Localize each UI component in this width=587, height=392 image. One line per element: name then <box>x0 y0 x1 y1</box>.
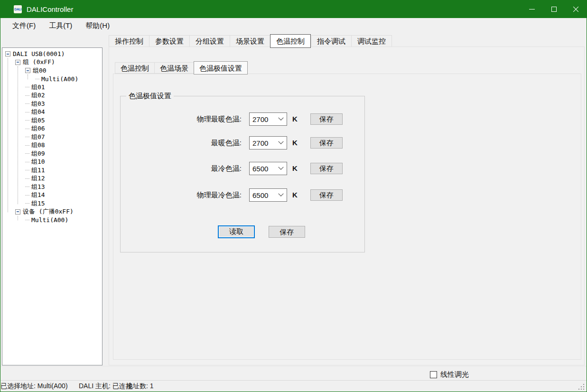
resize-grip-icon[interactable] <box>578 384 585 390</box>
row-save-button[interactable]: 保存 <box>310 163 343 174</box>
tree-item-label: 组00 <box>33 66 47 75</box>
tree-connector <box>25 103 29 104</box>
groupbox-title: 色温极值设置 <box>126 92 174 101</box>
tree-item[interactable]: 组03 <box>2 100 102 108</box>
main-tab[interactable]: 指令调试 <box>311 35 351 47</box>
groupbox-actions: 读取 保存 <box>121 225 364 240</box>
tree-item[interactable]: 组07 <box>2 133 102 141</box>
tree-item[interactable]: DALI USB(0001) <box>2 50 102 58</box>
tree-item[interactable]: 组02 <box>2 92 102 100</box>
menu-item-1[interactable]: 工具(T) <box>49 21 72 30</box>
chevron-down-icon <box>278 191 283 196</box>
tree-item-label: Multi(A00) <box>41 75 78 83</box>
tree-connector <box>35 79 39 79</box>
value-dropdown[interactable]: 2700 <box>249 136 287 149</box>
sub-tab[interactable]: 色温极值设置 <box>194 61 248 75</box>
menu-item-2[interactable]: 帮助(H) <box>85 21 110 30</box>
tree-item-label: 组02 <box>31 91 45 100</box>
tree-item[interactable]: 组01 <box>2 83 102 92</box>
unit-label: K <box>292 112 298 126</box>
close-button[interactable] <box>565 0 587 18</box>
tree-collapse-icon[interactable] <box>5 51 10 56</box>
color-temp-extremes-groupbox: 色温极值设置 物理最暖色温: 2700 K 保存 最暖色温: 2700 K 保存… <box>120 96 365 252</box>
tree-collapse-icon[interactable] <box>15 60 20 65</box>
row-save-button[interactable]: 保存 <box>310 113 343 125</box>
main-tab-strip: 操作控制参数设置分组设置场景设置色温控制指令调试调试监控 <box>109 35 392 47</box>
tree-item[interactable]: 组05 <box>2 116 102 125</box>
unit-label: K <box>292 136 298 149</box>
tree-item-label: 组09 <box>31 149 45 158</box>
unit-label: K <box>292 188 298 202</box>
checkbox-icon[interactable] <box>430 371 437 378</box>
main-tab[interactable]: 分组设置 <box>189 35 230 47</box>
unit-label: K <box>292 162 298 175</box>
tree-item[interactable]: 组13 <box>2 183 102 191</box>
dropdown-value: 6500 <box>250 165 279 173</box>
read-button[interactable]: 读取 <box>218 225 255 238</box>
tree-connector <box>25 87 29 87</box>
tree-item[interactable]: 组00 <box>2 66 102 75</box>
tree-connector <box>25 120 29 121</box>
tree-item[interactable]: 组12 <box>2 175 102 183</box>
minimize-button[interactable] <box>521 0 543 18</box>
device-tree-panel: DALI USB(0001) 组 (0xFF) 组00 Multi(A00) 组… <box>2 47 102 365</box>
value-dropdown[interactable]: 2700 <box>249 112 287 126</box>
linear-dimming-checkbox[interactable]: 线性调光 <box>430 370 469 379</box>
bottom-options-row: 线性调光 <box>0 366 587 380</box>
app-icon: DALI <box>14 5 22 13</box>
tree-item[interactable]: 组09 <box>2 149 102 158</box>
window-controls <box>521 0 587 18</box>
main-tab[interactable]: 操作控制 <box>109 35 149 47</box>
tree-item-label: 组 (0xFF) <box>23 58 55 66</box>
main-tab[interactable]: 场景设置 <box>230 35 270 47</box>
tree-item[interactable]: 组08 <box>2 141 102 150</box>
tree-item[interactable]: Multi(A00) <box>2 75 102 84</box>
tree-item[interactable]: Multi(A00) <box>2 216 102 224</box>
setting-label: 最冷色温: <box>121 162 242 175</box>
sub-tab-strip: 色温控制色温场景色温极值设置 <box>115 62 248 74</box>
tree-item-label: 组12 <box>31 174 45 183</box>
row-save-button[interactable]: 保存 <box>310 137 343 149</box>
tree-item[interactable]: 组15 <box>2 199 102 208</box>
tree-collapse-icon[interactable] <box>15 209 20 215</box>
tree-item[interactable]: 组10 <box>2 158 102 167</box>
tree-item-label: 组06 <box>31 124 45 133</box>
tree-item-label: Multi(A00) <box>31 216 68 224</box>
save-all-button[interactable]: 保存 <box>269 226 305 238</box>
app-window: DALI DALIController 文件(F)工具(T)帮助(H) 操作控制… <box>0 0 587 392</box>
tree-item[interactable]: 组04 <box>2 108 102 117</box>
maximize-icon <box>551 7 557 12</box>
tree-item[interactable]: 组14 <box>2 191 102 200</box>
main-tab[interactable]: 色温控制 <box>270 34 311 48</box>
close-icon <box>573 6 579 12</box>
tree-connector <box>25 170 29 170</box>
tree-connector <box>25 220 29 220</box>
status-item: DALI 主机: 已连接 <box>79 382 132 391</box>
tree-item-label: DALI USB(0001) <box>13 50 65 57</box>
checkbox-label: 线性调光 <box>440 370 469 379</box>
window-title: DALIController <box>27 5 73 13</box>
tree-collapse-icon[interactable] <box>25 68 30 73</box>
tree-item[interactable]: 组 (0xFF) <box>2 58 102 67</box>
tree-item-label: 组08 <box>31 141 45 149</box>
setting-row: 物理最冷色温: 6500 K 保存 <box>121 188 364 202</box>
tree-item[interactable]: 设备 (广播0xFF) <box>2 208 102 216</box>
tree-item[interactable]: 组06 <box>2 125 102 133</box>
status-bar: DALI 主机: 已连接地址数: 1已选择地址: Multi(A00) <box>0 380 587 392</box>
main-tab[interactable]: 调试监控 <box>351 35 392 47</box>
tree-connector <box>25 203 29 204</box>
tree-connector <box>25 195 29 196</box>
maximize-button[interactable] <box>543 0 565 18</box>
setting-row: 最冷色温: 6500 K 保存 <box>121 162 364 175</box>
value-dropdown[interactable]: 6500 <box>249 188 287 202</box>
row-save-button[interactable]: 保存 <box>310 189 343 201</box>
tree-connector <box>25 137 29 137</box>
menu-bar: 文件(F)工具(T)帮助(H) <box>0 18 587 33</box>
sub-tab[interactable]: 色温场景 <box>154 62 194 74</box>
value-dropdown[interactable]: 6500 <box>249 162 287 175</box>
menu-item-0[interactable]: 文件(F) <box>12 21 36 30</box>
sub-tab[interactable]: 色温控制 <box>115 62 154 74</box>
tree-item-label: 组11 <box>31 166 45 175</box>
tree-item[interactable]: 组11 <box>2 166 102 175</box>
main-tab[interactable]: 参数设置 <box>149 35 189 47</box>
